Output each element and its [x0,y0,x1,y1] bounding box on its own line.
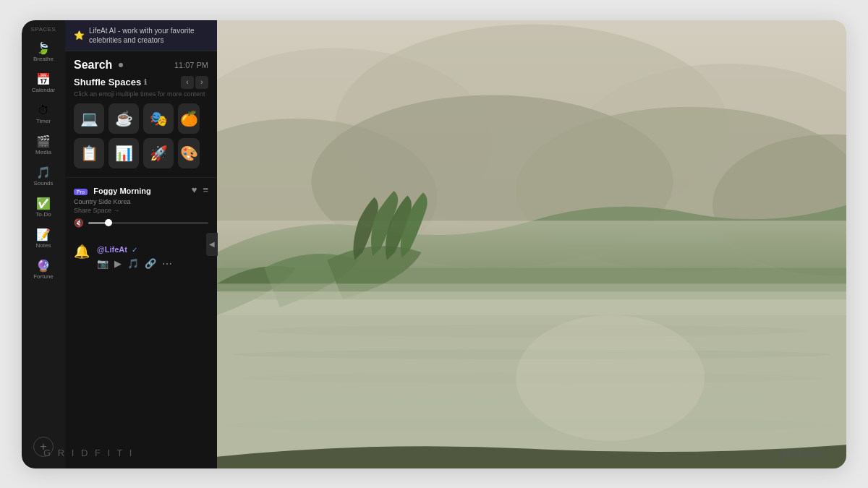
music-subtitle: Country Side Korea [74,198,208,205]
sidebar-label-calendar: Calendar [32,87,55,93]
volume-bar[interactable] [88,222,208,224]
sidebar-item-timer[interactable]: ⏱ Timer [25,100,62,129]
emoji-cell-code[interactable]: 💻 [74,103,104,134]
lifeat-social-icons: 📷 ▶ 🎵 🔗 ⋯ [97,258,172,270]
emoji-cell-chart[interactable]: 📊 [109,138,139,168]
page-wrapper: Spaces 🍃 Breathe 📅 Calendar ⏱ Timer 🎬 Me… [22,20,846,468]
fortune-icon: 🔮 [36,260,51,272]
like-button[interactable]: ♥ [192,184,197,195]
emoji-grid-row1: 💻 ☕ 🎭 🍊 [74,103,208,134]
link-icon[interactable]: 🔗 [145,258,156,269]
notes-icon: 📝 [36,229,51,241]
bell-icon: 🔔 [74,244,90,260]
lifeat-name-row: @LifeAt ✓ [97,242,172,255]
emoji-cell-art[interactable]: 🎨 [178,138,200,168]
sidebar-item-media[interactable]: 🎬 Media [25,132,62,160]
emoji-grid-row2: 📋 📊 🚀 🎨 [74,138,208,168]
emoji-cell-rocket[interactable]: 🚀 [143,138,174,168]
queue-button[interactable]: ≡ [203,184,208,195]
brand-left: G R I D F I T I [43,448,134,458]
sidebar-label-timer: Timer [36,118,51,124]
music-name-group: Pro Foggy Morning [74,184,151,197]
volume-row: 🔇 [74,218,208,228]
svg-point-10 [256,324,807,336]
breathe-icon: 🍃 [36,43,51,54]
shuffle-section: Shuffle Spaces ℹ ‹ › Click an emoji mult… [65,76,217,177]
lifeat-section: 🔔 @LifeAt ✓ 📷 ▶ 🎵 🔗 ⋯ [65,234,217,270]
top-banner[interactable]: ⭐ LifeAt AI - work with your favorite ce… [65,20,217,51]
instagram-icon[interactable]: 📷 [97,258,109,269]
music-title-row: Pro Foggy Morning ♥ ≡ [74,184,208,197]
sidebar-item-calendar[interactable]: 📅 Calendar [25,69,62,98]
shuffle-title: Shuffle Spaces ℹ [74,77,147,87]
volume-thumb [105,219,112,226]
music-pro-badge: Pro [74,189,88,195]
music-player: Pro Foggy Morning ♥ ≡ Country Side Korea… [65,177,217,234]
collapse-arrow[interactable]: ◀ [206,233,218,256]
emoji-cell-clipboard[interactable]: 📋 [74,138,104,168]
banner-star-icon: ⭐ [74,30,85,40]
sidebar-item-todo[interactable]: ✅ To-Do [25,194,62,222]
background-image [217,20,846,468]
todo-icon: ✅ [36,198,51,210]
shuffle-nav: ‹ › [181,76,208,89]
shuffle-prev-button[interactable]: ‹ [181,76,194,89]
spaces-label: Spaces [31,26,56,33]
sidebar-item-sounds[interactable]: 🎵 Sounds [25,163,62,191]
sidebar-label-fortune: Fortune [33,273,54,280]
media-icon: 🎬 [36,136,51,147]
svg-point-16 [516,314,705,440]
brand-right: gridfiti.com [779,448,825,458]
share-link[interactable]: Share Space → [74,207,208,214]
shuffle-info-icon: ℹ [144,78,147,86]
svg-point-14 [225,419,838,431]
mute-icon[interactable]: 🔇 [74,218,84,228]
svg-rect-15 [217,283,846,315]
emoji-cell-orange[interactable]: 🍊 [178,103,200,134]
tiktok-icon[interactable]: 🎵 [127,258,139,269]
youtube-icon[interactable]: ▶ [114,258,122,269]
shuffle-next-button[interactable]: › [195,76,208,89]
banner-text: LifeAt AI - work with your favorite cele… [89,26,208,45]
search-title-group: Search [74,59,123,72]
lifeat-username[interactable]: @LifeAt [97,245,127,254]
app-panel: ⭐ LifeAt AI - work with your favorite ce… [65,20,217,468]
time-display: 11:07 PM [174,61,208,69]
emoji-cell-theater[interactable]: 🎭 [143,103,174,134]
sidebar-label-media: Media [35,149,51,155]
volume-fill [88,222,106,224]
calendar-icon: 📅 [36,74,51,85]
lifeat-info: @LifeAt ✓ 📷 ▶ 🎵 🔗 ⋯ [97,242,172,270]
sounds-icon: 🎵 [36,167,51,179]
sidebar-item-fortune[interactable]: 🔮 Fortune [25,256,62,284]
search-dot-icon [119,63,123,67]
sidebar: Spaces 🍃 Breathe 📅 Calendar ⏱ Timer 🎬 Me… [22,20,65,468]
music-actions: ♥ ≡ [192,184,208,195]
sidebar-item-notes[interactable]: 📝 Notes [25,225,62,253]
sidebar-label-notes: Notes [36,242,51,249]
emoji-cell-coffee[interactable]: ☕ [109,103,139,134]
sidebar-label-breathe: Breathe [33,56,54,62]
sidebar-item-breathe[interactable]: 🍃 Breathe [25,38,62,67]
shuffle-hint: Click an emoji multiple times for more c… [74,90,208,98]
search-header: Search 11:07 PM [65,51,217,76]
phone-container: Spaces 🍃 Breathe 📅 Calendar ⏱ Timer 🎬 Me… [22,20,217,468]
lifeat-verified-icon: ✓ [132,246,137,254]
music-name: Foggy Morning [93,187,150,195]
shuffle-header: Shuffle Spaces ℹ ‹ › [74,76,208,89]
sidebar-label-sounds: Sounds [33,180,53,187]
more-options-icon[interactable]: ⋯ [162,258,172,270]
sidebar-label-todo: To-Do [35,211,51,218]
timer-icon: ⏱ [38,105,49,116]
search-title: Search [74,59,112,71]
